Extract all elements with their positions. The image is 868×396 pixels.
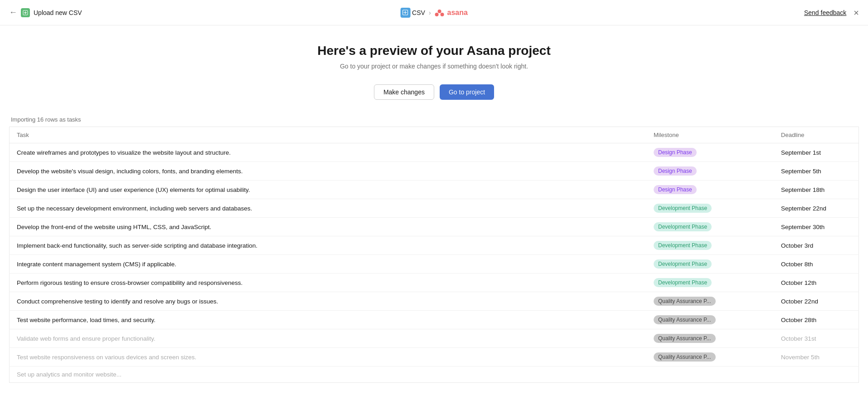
table-section: Importing 16 rows as tasks Task Mileston… — [9, 116, 859, 383]
main-content: Here's a preview of your Asana project G… — [0, 25, 868, 392]
top-nav: ← Upload new CSV CSV › asana Send feedba… — [0, 0, 868, 25]
csv-icon — [400, 8, 410, 18]
task-cell: Validate web forms and ensure proper fun… — [10, 329, 647, 348]
preview-table: Task Milestone Deadline Create wireframe… — [9, 127, 859, 383]
asana-logo-icon — [435, 8, 445, 18]
milestone-cell: Quality Assurance P... — [646, 311, 774, 329]
milestone-badge: Design Phase — [654, 166, 697, 176]
make-changes-button[interactable]: Make changes — [374, 84, 434, 100]
csv-label: CSV — [412, 9, 425, 16]
asana-text: asana — [447, 9, 468, 17]
page-subtitle: Go to your project or make changes if so… — [340, 63, 528, 70]
send-feedback-link[interactable]: Send feedback — [804, 9, 846, 16]
deadline-cell — [774, 367, 858, 383]
deadline-cell: September 30th — [774, 218, 858, 236]
table-row: Conduct comprehensive testing to identif… — [10, 292, 859, 311]
milestone-badge: Quality Assurance P... — [654, 352, 716, 362]
breadcrumb: CSV › asana — [400, 8, 468, 18]
milestone-cell: Development Phase — [646, 218, 774, 236]
deadline-cell: September 22nd — [774, 199, 858, 218]
close-button[interactable]: × — [853, 8, 859, 17]
asana-logo: asana — [435, 8, 468, 18]
deadline-cell: October 31st — [774, 329, 858, 348]
table-row: Implement back-end functionality, such a… — [10, 236, 859, 255]
svg-point-8 — [441, 13, 444, 16]
milestone-badge: Development Phase — [654, 278, 712, 287]
milestone-badge: Development Phase — [654, 241, 712, 250]
deadline-cell: September 5th — [774, 162, 858, 181]
milestone-badge: Quality Assurance P... — [654, 297, 716, 306]
csv-nav-item: CSV — [400, 8, 425, 18]
deadline-cell: October 3rd — [774, 236, 858, 255]
table-row: Validate web forms and ensure proper fun… — [10, 329, 859, 348]
upload-csv-icon — [21, 8, 30, 17]
back-arrow-icon: ← — [9, 8, 17, 17]
task-cell: Develop the website's visual design, inc… — [10, 162, 647, 181]
task-cell: Perform rigorous testing to ensure cross… — [10, 274, 647, 292]
milestone-cell: Design Phase — [646, 143, 774, 162]
milestone-badge: Quality Assurance P... — [654, 334, 716, 343]
milestone-badge: Design Phase — [654, 185, 697, 194]
importing-label: Importing 16 rows as tasks — [9, 116, 859, 123]
table-header-row: Task Milestone Deadline — [10, 127, 859, 143]
milestone-cell: Quality Assurance P... — [646, 292, 774, 311]
back-button[interactable]: ← Upload new CSV — [9, 8, 82, 17]
svg-point-6 — [438, 10, 441, 13]
go-to-project-button[interactable]: Go to project — [440, 84, 494, 100]
table-row: Develop the website's visual design, inc… — [10, 162, 859, 181]
nav-right: Send feedback × — [804, 8, 859, 17]
milestone-cell: Development Phase — [646, 255, 774, 274]
task-cell: Set up the necessary development environ… — [10, 199, 647, 218]
task-column-header: Task — [10, 127, 647, 143]
table-row: Design the user interface (UI) and user … — [10, 181, 859, 199]
milestone-cell: Design Phase — [646, 181, 774, 199]
task-cell: Implement back-end functionality, such a… — [10, 236, 647, 255]
task-cell: Create wireframes and prototypes to visu… — [10, 143, 647, 162]
task-cell: Conduct comprehensive testing to identif… — [10, 292, 647, 311]
milestone-cell: Quality Assurance P... — [646, 329, 774, 348]
task-cell: Integrate content management system (CMS… — [10, 255, 647, 274]
deadline-cell: October 28th — [774, 311, 858, 329]
milestone-cell: Development Phase — [646, 236, 774, 255]
milestone-cell: Development Phase — [646, 274, 774, 292]
task-cell: Design the user interface (UI) and user … — [10, 181, 647, 199]
svg-point-7 — [435, 13, 439, 16]
table-row: Perform rigorous testing to ensure cross… — [10, 274, 859, 292]
task-cell: Test website performance, load times, an… — [10, 311, 647, 329]
task-cell: Test website responsiveness on various d… — [10, 348, 647, 367]
milestone-cell: Development Phase — [646, 199, 774, 218]
milestone-cell: Quality Assurance P... — [646, 348, 774, 367]
milestone-cell — [646, 367, 774, 383]
milestone-badge: Development Phase — [654, 222, 712, 231]
deadline-column-header: Deadline — [774, 127, 858, 143]
deadline-cell: October 8th — [774, 255, 858, 274]
task-cell: Set up analytics and monitor website... — [10, 367, 647, 383]
table-row: Develop the front-end of the website usi… — [10, 218, 859, 236]
page-title: Here's a preview of your Asana project — [317, 44, 550, 58]
deadline-cell: September 18th — [774, 181, 858, 199]
deadline-cell: November 5th — [774, 348, 858, 367]
milestone-badge: Development Phase — [654, 204, 712, 213]
table-row: Set up analytics and monitor website... — [10, 367, 859, 383]
back-label: Upload new CSV — [34, 9, 82, 16]
deadline-cell: October 22nd — [774, 292, 858, 311]
table-row: Test website performance, load times, an… — [10, 311, 859, 329]
table-row: Create wireframes and prototypes to visu… — [10, 143, 859, 162]
table-row: Test website responsiveness on various d… — [10, 348, 859, 367]
milestone-badge: Development Phase — [654, 259, 712, 269]
table-row: Integrate content management system (CMS… — [10, 255, 859, 274]
deadline-cell: September 1st — [774, 143, 858, 162]
milestone-column-header: Milestone — [646, 127, 774, 143]
breadcrumb-chevron-icon: › — [429, 9, 431, 16]
milestone-cell: Design Phase — [646, 162, 774, 181]
deadline-cell: October 12th — [774, 274, 858, 292]
action-buttons: Make changes Go to project — [374, 84, 494, 100]
task-cell: Develop the front-end of the website usi… — [10, 218, 647, 236]
milestone-badge: Quality Assurance P... — [654, 315, 716, 324]
table-row: Set up the necessary development environ… — [10, 199, 859, 218]
milestone-badge: Design Phase — [654, 148, 697, 157]
